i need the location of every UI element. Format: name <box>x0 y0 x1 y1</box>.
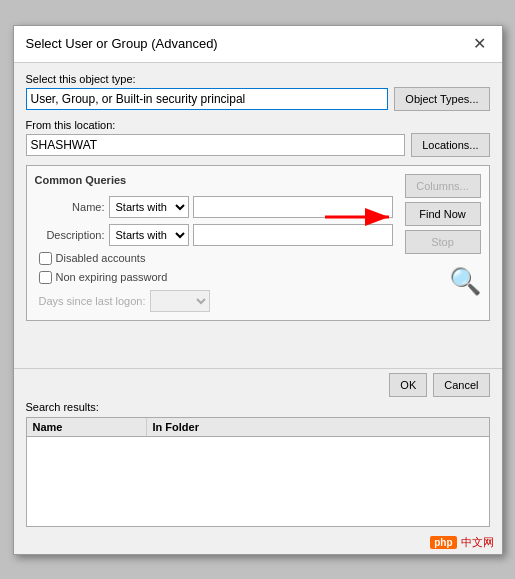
days-since-logon-dropdown[interactable]: 30 60 90 <box>150 290 210 312</box>
name-query-label: Name: <box>35 201 105 213</box>
location-section: From this location: Locations... <box>26 119 490 157</box>
select-user-group-dialog: Select User or Group (Advanced) ✕ Select… <box>13 25 503 555</box>
results-header: Name In Folder <box>27 418 489 437</box>
results-table[interactable]: Name In Folder <box>26 417 490 527</box>
dialog-footer: OK Cancel <box>14 368 502 401</box>
watermark-area: php 中文网 <box>14 531 502 554</box>
disabled-accounts-row: Disabled accounts <box>39 252 393 265</box>
non-expiring-label: Non expiring password <box>56 271 168 283</box>
disabled-accounts-checkbox[interactable] <box>39 252 52 265</box>
queries-left-panel: Common Queries Name: Starts with Is Ends… <box>35 174 393 312</box>
object-type-label: Select this object type: <box>26 73 490 85</box>
queries-right-panel: Columns... Find Now Stop 🔍 <box>401 174 481 312</box>
non-expiring-row: Non expiring password <box>39 271 393 284</box>
days-since-logon-row: Days since last logon: 30 60 90 <box>39 290 393 312</box>
cancel-button[interactable]: Cancel <box>433 373 489 397</box>
object-type-input[interactable] <box>26 88 389 110</box>
find-now-button[interactable]: Find Now <box>405 202 481 226</box>
close-button[interactable]: ✕ <box>469 34 490 54</box>
disabled-accounts-label: Disabled accounts <box>56 252 146 264</box>
name-column-header: Name <box>27 418 147 436</box>
description-query-label: Description: <box>35 229 105 241</box>
description-dropdown[interactable]: Starts with Is Ends with Contains <box>109 224 189 246</box>
days-since-logon-label: Days since last logon: <box>39 295 146 307</box>
name-input[interactable] <box>193 196 393 218</box>
description-input[interactable] <box>193 224 393 246</box>
common-queries-section: Common Queries Name: Starts with Is Ends… <box>26 165 490 321</box>
chinese-label: 中文网 <box>461 535 494 550</box>
locations-button[interactable]: Locations... <box>411 133 489 157</box>
location-row: Locations... <box>26 133 490 157</box>
folder-column-header: In Folder <box>147 418 489 436</box>
search-icon: 🔍 <box>449 266 481 297</box>
object-types-button[interactable]: Object Types... <box>394 87 489 111</box>
stop-button[interactable]: Stop <box>405 230 481 254</box>
name-query-row: Name: Starts with Is Ends with Contains <box>35 196 393 218</box>
dialog-body: Select this object type: Object Types...… <box>14 63 502 368</box>
php-badge: php <box>430 536 456 549</box>
columns-button[interactable]: Columns... <box>405 174 481 198</box>
dialog-title: Select User or Group (Advanced) <box>26 36 218 51</box>
name-dropdown[interactable]: Starts with Is Ends with Contains <box>109 196 189 218</box>
object-type-row: Object Types... <box>26 87 490 111</box>
title-bar: Select User or Group (Advanced) ✕ <box>14 26 502 63</box>
description-query-row: Description: Starts with Is Ends with Co… <box>35 224 393 246</box>
search-results-section: Search results: Name In Folder <box>14 401 502 531</box>
ok-button[interactable]: OK <box>389 373 427 397</box>
object-type-section: Select this object type: Object Types... <box>26 73 490 111</box>
common-queries-header: Common Queries <box>35 174 393 186</box>
search-results-label: Search results: <box>26 401 490 413</box>
location-label: From this location: <box>26 119 490 131</box>
location-input[interactable] <box>26 134 406 156</box>
non-expiring-checkbox[interactable] <box>39 271 52 284</box>
